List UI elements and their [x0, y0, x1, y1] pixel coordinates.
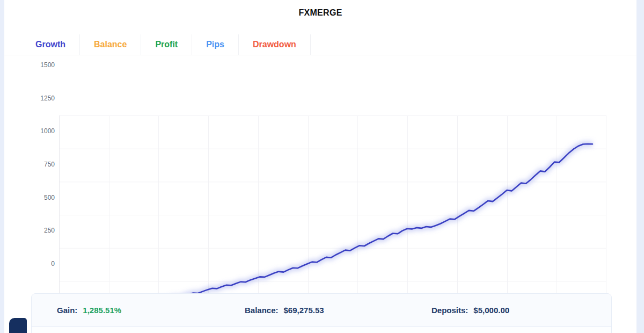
stats-bar: Gain:1,285.51%Balance:$69,275.53Deposits… — [31, 293, 612, 333]
brand-block — [9, 318, 27, 333]
stat-label: Gain: — [57, 306, 77, 315]
tab-bar: GrowthBalanceProfitPipsDrawdown — [4, 34, 636, 55]
y-axis-tick-250: 250 — [31, 227, 55, 234]
tab-balance[interactable]: Balance — [80, 34, 141, 55]
tab-profit[interactable]: Profit — [141, 34, 192, 55]
y-axis-tick-1500: 1500 — [31, 61, 55, 69]
stat-gain: Gain:1,285.51% — [57, 294, 121, 327]
stats-row: Gain:1,285.51%Balance:$69,275.53Deposits… — [32, 294, 611, 327]
stat-label: Balance: — [245, 306, 279, 315]
growth-line-plot — [59, 115, 606, 322]
stats-row-secondary — [32, 327, 611, 333]
growth-line-glow — [60, 144, 592, 314]
stat-balance: Balance:$69,275.53 — [245, 294, 324, 327]
growth-chart: 0250500750100012501500 — [4, 55, 636, 265]
tab-drawdown[interactable]: Drawdown — [239, 34, 311, 55]
page-title: FXMERGE — [4, 0, 636, 18]
main-card: FXMERGE GrowthBalanceProfitPipsDrawdown … — [4, 0, 636, 333]
y-axis-tick-500: 500 — [31, 194, 55, 201]
tab-growth[interactable]: Growth — [26, 34, 80, 55]
tab-pips[interactable]: Pips — [192, 34, 239, 55]
y-axis-tick-750: 750 — [31, 161, 55, 168]
y-axis-tick-0: 0 — [31, 260, 55, 267]
y-axis-tick-1000: 1000 — [31, 127, 55, 135]
stat-value: $5,000.00 — [473, 306, 509, 315]
stat-label: Deposits: — [431, 306, 468, 315]
y-axis-tick-1250: 1250 — [31, 95, 55, 102]
stat-value: 1,285.51% — [83, 306, 121, 315]
growth-line — [60, 144, 592, 314]
stat-value: $69,275.53 — [284, 306, 324, 315]
stat-deposits: Deposits:$5,000.00 — [431, 294, 509, 327]
